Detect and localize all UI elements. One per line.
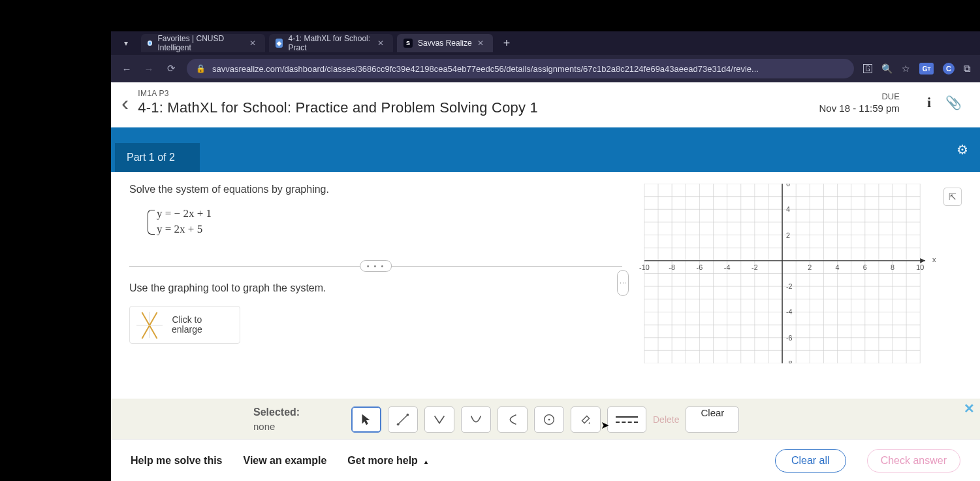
view-example-link[interactable]: View an example bbox=[244, 455, 327, 467]
parabola-side-tool-button[interactable] bbox=[498, 406, 528, 433]
info-icon[interactable]: i bbox=[927, 94, 931, 111]
chevron-down-icon[interactable]: ▾ bbox=[124, 39, 128, 48]
selected-value: none bbox=[253, 421, 319, 432]
svg-text:2: 2 bbox=[786, 231, 790, 239]
more-dots-icon[interactable]: • • • bbox=[360, 260, 392, 272]
part-bar: Part 1 of 2 ⚙ bbox=[111, 127, 980, 172]
star-icon[interactable]: ☆ bbox=[902, 63, 910, 74]
clear-button[interactable]: Clear bbox=[686, 406, 739, 433]
enlarge-line1: Click to bbox=[172, 315, 202, 325]
gt-badge-icon[interactable]: GT bbox=[919, 63, 934, 75]
assignment-title: 4-1: MathXL for School: Practice and Pro… bbox=[138, 99, 810, 116]
svg-text:-8: -8 bbox=[669, 263, 675, 271]
attachment-icon[interactable]: 📎 bbox=[945, 95, 962, 110]
equation-2: y = 2x + 5 bbox=[157, 223, 622, 236]
svg-text:-4: -4 bbox=[786, 308, 793, 316]
instruction: Use the graphing tool to graph the syste… bbox=[129, 282, 622, 294]
svg-text:-6: -6 bbox=[697, 263, 703, 271]
enlarge-line2: enlarge bbox=[172, 325, 202, 335]
svg-text:4: 4 bbox=[786, 205, 790, 213]
svg-point-60 bbox=[548, 418, 550, 420]
favicon-icon: ◆ bbox=[276, 39, 283, 48]
get-more-help-label: Get more help bbox=[347, 455, 418, 466]
svg-text:-10: -10 bbox=[639, 263, 650, 271]
graph-thumbnail-icon bbox=[136, 312, 163, 338]
tab-title: Savvas Realize bbox=[418, 39, 472, 48]
browser-tab-active[interactable]: S Savvas Realize ✕ bbox=[397, 34, 493, 52]
clear-all-button[interactable]: Clear all bbox=[775, 449, 846, 473]
browser-tab[interactable]: Favorites | CNUSD Intelligent ✕ bbox=[141, 34, 265, 52]
course-label: IM1A P3 bbox=[138, 89, 810, 98]
svg-text:-8: -8 bbox=[786, 359, 793, 363]
back-chevron-icon[interactable]: ‹ bbox=[121, 91, 129, 114]
close-icon[interactable]: ✕ bbox=[964, 401, 975, 416]
selected-label: Selected: bbox=[253, 406, 319, 418]
reload-icon[interactable]: ⟳ bbox=[165, 63, 178, 75]
svg-text:4: 4 bbox=[836, 263, 840, 271]
svg-marker-37 bbox=[920, 258, 925, 263]
parabola-tool-button[interactable] bbox=[461, 406, 491, 433]
zoom-icon[interactable]: 🔍 bbox=[881, 63, 893, 74]
help-footer: Help me solve this View an example Get m… bbox=[111, 439, 980, 481]
favicon-icon: S bbox=[403, 39, 413, 48]
browser-tab[interactable]: ◆ 4-1: MathXL for School: Pract ✕ bbox=[269, 34, 393, 52]
svg-text:-4: -4 bbox=[724, 263, 731, 271]
lock-icon: 🔒 bbox=[196, 64, 206, 73]
caret-up-icon: ▴ bbox=[424, 458, 428, 465]
tab-title: 4-1: MathXL for School: Pract bbox=[288, 34, 372, 52]
problem-panel: Solve the system of equations by graphin… bbox=[129, 184, 622, 399]
due-label: DUE bbox=[819, 91, 899, 101]
x-axis-label: x bbox=[932, 256, 936, 263]
browser-tab-strip: ▾ Favorites | CNUSD Intelligent ✕ ◆ 4-1:… bbox=[111, 31, 980, 55]
close-icon[interactable]: ✕ bbox=[377, 39, 384, 48]
new-tab-button[interactable]: + bbox=[503, 37, 511, 50]
svg-point-58 bbox=[407, 413, 409, 416]
url-text: savvasrealize.com/dashboard/classes/3686… bbox=[212, 64, 845, 74]
popout-icon[interactable]: ⇱ bbox=[943, 188, 962, 206]
part-label: Part 1 of 2 bbox=[115, 143, 200, 172]
address-bar: ← → ⟳ 🔒 savvasrealize.com/dashboard/clas… bbox=[111, 55, 980, 82]
absolute-value-tool-button[interactable] bbox=[424, 406, 454, 433]
assignment-header: ‹ IM1A P3 4-1: MathXL for School: Practi… bbox=[111, 82, 980, 127]
tab-title: Favorites | CNUSD Intelligent bbox=[157, 34, 244, 52]
line-tool-button[interactable] bbox=[388, 406, 418, 433]
graph-panel: ⇱ -10-8-6-4-2246810-8-6-4-2246 x bbox=[635, 184, 962, 399]
close-icon[interactable]: ✕ bbox=[249, 39, 256, 48]
get-more-help-link[interactable]: Get more help ▴ bbox=[347, 455, 428, 467]
favicon-dot-icon bbox=[148, 41, 152, 46]
svg-line-56 bbox=[398, 414, 408, 424]
svg-text:10: 10 bbox=[916, 263, 924, 271]
back-icon[interactable]: ← bbox=[120, 63, 133, 75]
fill-tool-button[interactable] bbox=[571, 406, 601, 433]
extensions-icon[interactable]: ⧉ bbox=[964, 63, 971, 75]
circle-tool-button[interactable] bbox=[534, 406, 564, 433]
svg-text:-6: -6 bbox=[786, 334, 793, 342]
svg-text:-2: -2 bbox=[751, 263, 758, 271]
profile-badge-icon[interactable]: C bbox=[943, 63, 955, 75]
svg-text:6: 6 bbox=[863, 263, 867, 271]
pointer-tool-button[interactable] bbox=[351, 406, 381, 433]
url-bar[interactable]: 🔒 savvasrealize.com/dashboard/classes/36… bbox=[187, 59, 854, 78]
problem-prompt: Solve the system of equations by graphin… bbox=[129, 184, 622, 195]
close-icon[interactable]: ✕ bbox=[477, 39, 484, 48]
resize-handle-icon[interactable]: ⋮ bbox=[617, 270, 629, 296]
translate-icon[interactable]: 🄶 bbox=[863, 63, 872, 74]
help-me-solve-link[interactable]: Help me solve this bbox=[131, 455, 223, 467]
delete-button: Delete bbox=[653, 414, 679, 425]
svg-text:-2: -2 bbox=[786, 282, 793, 290]
forward-icon[interactable]: → bbox=[142, 63, 155, 75]
equation-1: y = − 2x + 1 bbox=[157, 207, 622, 220]
coordinate-plane[interactable]: -10-8-6-4-2246810-8-6-4-2246 bbox=[635, 184, 936, 363]
svg-text:2: 2 bbox=[808, 263, 812, 271]
due-date: Nov 18 - 11:59 pm bbox=[819, 103, 899, 114]
svg-point-57 bbox=[397, 423, 400, 425]
svg-text:8: 8 bbox=[891, 263, 894, 271]
divider: • • • bbox=[129, 266, 622, 267]
check-answer-button: Check answer bbox=[867, 449, 960, 473]
graphing-toolbar: Selected: none bbox=[111, 399, 980, 439]
enlarge-graph-button[interactable]: Click to enlarge bbox=[129, 306, 240, 344]
svg-text:6: 6 bbox=[786, 184, 790, 188]
line-style-button[interactable] bbox=[607, 406, 646, 433]
gear-icon[interactable]: ⚙ bbox=[956, 142, 968, 158]
equation-system: y = − 2x + 1 y = 2x + 5 bbox=[148, 207, 622, 236]
